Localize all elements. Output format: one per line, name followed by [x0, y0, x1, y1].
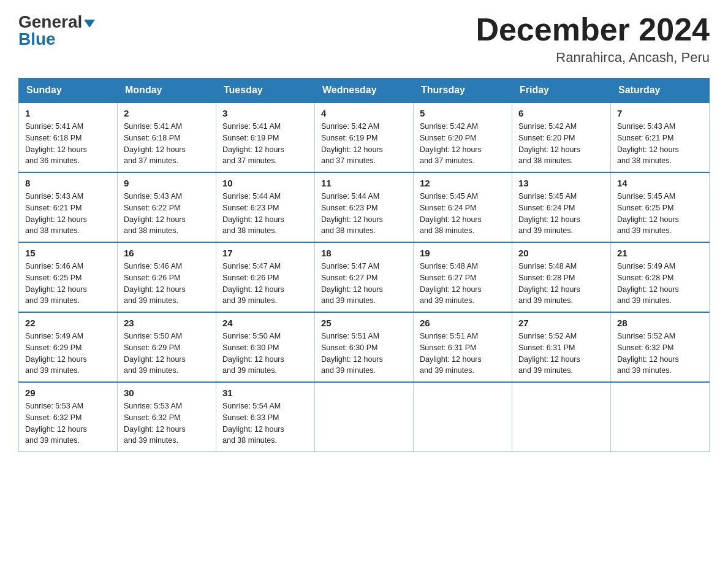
logo-triangle-icon	[84, 20, 95, 28]
day-number: 21	[617, 248, 703, 258]
calendar-day-cell: 28 Sunrise: 5:52 AM Sunset: 6:32 PM Dayl…	[611, 312, 710, 382]
day-info: Sunrise: 5:47 AM Sunset: 6:27 PM Dayligh…	[321, 261, 407, 307]
calendar-day-cell: 23 Sunrise: 5:50 AM Sunset: 6:29 PM Dayl…	[118, 312, 216, 382]
page-subtitle: Ranrahirca, Ancash, Peru	[476, 50, 710, 66]
day-number: 2	[124, 108, 210, 118]
day-number: 1	[25, 108, 111, 118]
calendar-day-cell: 30 Sunrise: 5:53 AM Sunset: 6:32 PM Dayl…	[118, 382, 216, 452]
calendar-day-cell: 9 Sunrise: 5:43 AM Sunset: 6:22 PM Dayli…	[118, 172, 216, 242]
day-number: 22	[25, 318, 111, 328]
calendar-day-cell: 21 Sunrise: 5:49 AM Sunset: 6:28 PM Dayl…	[611, 242, 710, 312]
day-info: Sunrise: 5:53 AM Sunset: 6:32 PM Dayligh…	[25, 400, 111, 446]
calendar-week-row: 8 Sunrise: 5:43 AM Sunset: 6:21 PM Dayli…	[19, 172, 710, 242]
day-number: 23	[124, 318, 210, 328]
day-info: Sunrise: 5:47 AM Sunset: 6:26 PM Dayligh…	[222, 261, 308, 307]
day-number: 8	[25, 178, 111, 188]
calendar-day-cell: 13 Sunrise: 5:45 AM Sunset: 6:24 PM Dayl…	[512, 172, 611, 242]
day-info: Sunrise: 5:51 AM Sunset: 6:30 PM Dayligh…	[321, 331, 407, 377]
day-info: Sunrise: 5:53 AM Sunset: 6:32 PM Dayligh…	[124, 400, 210, 446]
logo-blue-text: Blue	[18, 29, 56, 49]
calendar-day-cell: 22 Sunrise: 5:49 AM Sunset: 6:29 PM Dayl…	[19, 312, 118, 382]
calendar-day-cell: 6 Sunrise: 5:42 AM Sunset: 6:20 PM Dayli…	[512, 102, 611, 172]
calendar-day-cell: 15 Sunrise: 5:46 AM Sunset: 6:25 PM Dayl…	[19, 242, 118, 312]
calendar-day-cell	[414, 382, 512, 452]
calendar-day-cell: 7 Sunrise: 5:43 AM Sunset: 6:21 PM Dayli…	[611, 102, 710, 172]
day-info: Sunrise: 5:41 AM Sunset: 6:19 PM Dayligh…	[222, 121, 308, 167]
calendar-day-cell: 19 Sunrise: 5:48 AM Sunset: 6:27 PM Dayl…	[414, 242, 512, 312]
day-info: Sunrise: 5:46 AM Sunset: 6:25 PM Dayligh…	[25, 261, 111, 307]
calendar-week-row: 15 Sunrise: 5:46 AM Sunset: 6:25 PM Dayl…	[19, 242, 710, 312]
calendar-day-cell: 27 Sunrise: 5:52 AM Sunset: 6:31 PM Dayl…	[512, 312, 611, 382]
calendar-header-row: SundayMondayTuesdayWednesdayThursdayFrid…	[19, 79, 710, 103]
day-info: Sunrise: 5:46 AM Sunset: 6:26 PM Dayligh…	[124, 261, 210, 307]
day-of-week-header: Sunday	[19, 79, 118, 103]
calendar-day-cell: 14 Sunrise: 5:45 AM Sunset: 6:25 PM Dayl…	[611, 172, 710, 242]
day-number: 12	[420, 178, 506, 188]
calendar-day-cell: 17 Sunrise: 5:47 AM Sunset: 6:26 PM Dayl…	[216, 242, 315, 312]
day-number: 20	[518, 248, 604, 258]
day-info: Sunrise: 5:45 AM Sunset: 6:24 PM Dayligh…	[420, 191, 506, 237]
day-info: Sunrise: 5:44 AM Sunset: 6:23 PM Dayligh…	[321, 191, 407, 237]
day-number: 3	[222, 108, 308, 118]
calendar-day-cell	[315, 382, 414, 452]
calendar-day-cell: 26 Sunrise: 5:51 AM Sunset: 6:31 PM Dayl…	[414, 312, 512, 382]
day-number: 29	[25, 388, 111, 398]
day-info: Sunrise: 5:41 AM Sunset: 6:18 PM Dayligh…	[124, 121, 210, 167]
day-of-week-header: Tuesday	[216, 79, 315, 103]
day-info: Sunrise: 5:50 AM Sunset: 6:29 PM Dayligh…	[124, 331, 210, 377]
calendar-day-cell: 25 Sunrise: 5:51 AM Sunset: 6:30 PM Dayl…	[315, 312, 414, 382]
day-number: 9	[124, 178, 210, 188]
day-info: Sunrise: 5:48 AM Sunset: 6:27 PM Dayligh…	[420, 261, 506, 307]
day-number: 24	[222, 318, 308, 328]
day-info: Sunrise: 5:54 AM Sunset: 6:33 PM Dayligh…	[222, 400, 308, 446]
day-info: Sunrise: 5:43 AM Sunset: 6:21 PM Dayligh…	[617, 121, 703, 167]
calendar-day-cell: 1 Sunrise: 5:41 AM Sunset: 6:18 PM Dayli…	[19, 102, 118, 172]
day-of-week-header: Friday	[512, 79, 611, 103]
calendar-day-cell: 31 Sunrise: 5:54 AM Sunset: 6:33 PM Dayl…	[216, 382, 315, 452]
calendar-table: SundayMondayTuesdayWednesdayThursdayFrid…	[18, 78, 710, 452]
calendar-day-cell: 24 Sunrise: 5:50 AM Sunset: 6:30 PM Dayl…	[216, 312, 315, 382]
day-info: Sunrise: 5:52 AM Sunset: 6:31 PM Dayligh…	[518, 331, 604, 377]
day-info: Sunrise: 5:44 AM Sunset: 6:23 PM Dayligh…	[222, 191, 308, 237]
day-number: 18	[321, 248, 407, 258]
day-number: 19	[420, 248, 506, 258]
day-number: 31	[222, 388, 308, 398]
day-info: Sunrise: 5:42 AM Sunset: 6:20 PM Dayligh…	[420, 121, 506, 167]
logo: General Blue	[18, 12, 95, 49]
day-number: 4	[321, 108, 407, 118]
day-number: 16	[124, 248, 210, 258]
day-info: Sunrise: 5:42 AM Sunset: 6:20 PM Dayligh…	[518, 121, 604, 167]
day-number: 7	[617, 108, 703, 118]
calendar-day-cell: 16 Sunrise: 5:46 AM Sunset: 6:26 PM Dayl…	[118, 242, 216, 312]
day-number: 13	[518, 178, 604, 188]
day-number: 25	[321, 318, 407, 328]
day-number: 6	[518, 108, 604, 118]
calendar-day-cell: 8 Sunrise: 5:43 AM Sunset: 6:21 PM Dayli…	[19, 172, 118, 242]
calendar-day-cell: 20 Sunrise: 5:48 AM Sunset: 6:28 PM Dayl…	[512, 242, 611, 312]
day-of-week-header: Monday	[118, 79, 216, 103]
calendar-day-cell: 29 Sunrise: 5:53 AM Sunset: 6:32 PM Dayl…	[19, 382, 118, 452]
day-info: Sunrise: 5:50 AM Sunset: 6:30 PM Dayligh…	[222, 331, 308, 377]
calendar-day-cell	[512, 382, 611, 452]
day-number: 17	[222, 248, 308, 258]
day-info: Sunrise: 5:52 AM Sunset: 6:32 PM Dayligh…	[617, 331, 703, 377]
calendar-day-cell: 12 Sunrise: 5:45 AM Sunset: 6:24 PM Dayl…	[414, 172, 512, 242]
day-info: Sunrise: 5:49 AM Sunset: 6:28 PM Dayligh…	[617, 261, 703, 307]
calendar-day-cell: 10 Sunrise: 5:44 AM Sunset: 6:23 PM Dayl…	[216, 172, 315, 242]
day-info: Sunrise: 5:45 AM Sunset: 6:24 PM Dayligh…	[518, 191, 604, 237]
calendar-week-row: 29 Sunrise: 5:53 AM Sunset: 6:32 PM Dayl…	[19, 382, 710, 452]
day-number: 11	[321, 178, 407, 188]
day-info: Sunrise: 5:41 AM Sunset: 6:18 PM Dayligh…	[25, 121, 111, 167]
day-number: 30	[124, 388, 210, 398]
day-number: 10	[222, 178, 308, 188]
day-number: 26	[420, 318, 506, 328]
calendar-day-cell: 4 Sunrise: 5:42 AM Sunset: 6:19 PM Dayli…	[315, 102, 414, 172]
calendar-week-row: 1 Sunrise: 5:41 AM Sunset: 6:18 PM Dayli…	[19, 102, 710, 172]
day-info: Sunrise: 5:49 AM Sunset: 6:29 PM Dayligh…	[25, 331, 111, 377]
day-of-week-header: Wednesday	[315, 79, 414, 103]
title-area: December 2024 Ranrahirca, Ancash, Peru	[476, 12, 710, 66]
day-number: 28	[617, 318, 703, 328]
calendar-day-cell	[611, 382, 710, 452]
calendar-day-cell: 2 Sunrise: 5:41 AM Sunset: 6:18 PM Dayli…	[118, 102, 216, 172]
day-of-week-header: Thursday	[414, 79, 512, 103]
